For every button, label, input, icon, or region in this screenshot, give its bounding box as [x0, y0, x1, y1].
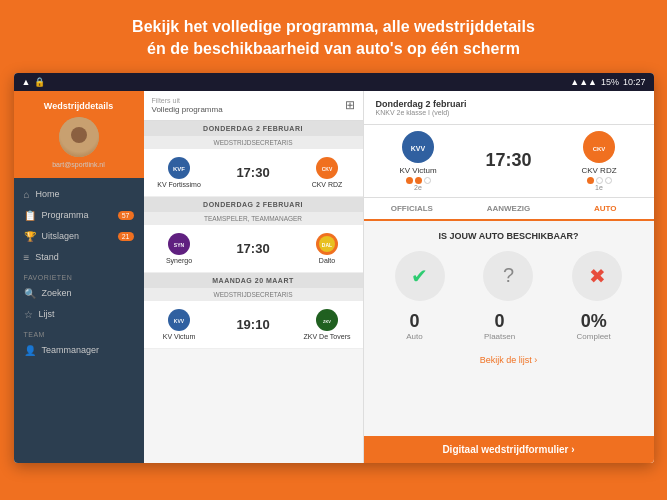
detail-tabs: OFFICIALS AANWEZIG AUTO: [364, 198, 654, 221]
away-name-2: Dalto: [319, 257, 335, 264]
filter-icon[interactable]: ⊞: [345, 98, 355, 112]
sidebar-item-label: Lijst: [39, 309, 55, 319]
filter-value: Volledig programma: [152, 105, 341, 114]
app-container: ▲ 🔒 ▲▲▲ 15% 10:27 Wedstrijddetails bart@…: [14, 73, 654, 463]
sidebar-item-stand[interactable]: ≡ Stand: [14, 247, 144, 268]
away-logo-2: DAL: [316, 233, 338, 255]
auto-yes-button[interactable]: ✔: [395, 251, 445, 301]
sidebar-item-label: Zoeken: [42, 288, 72, 298]
tab-auto[interactable]: AUTO: [557, 198, 654, 221]
status-right: ▲▲▲ 15% 10:27: [570, 77, 645, 87]
sidebar-item-programma[interactable]: 📋 Programma 57: [14, 205, 144, 226]
match-card-1[interactable]: KVF KV Fortissimo 17:30 CKV CKV RDZ: [144, 149, 363, 197]
match-role-2: TEAMSPELER, TEAMMANAGER: [144, 212, 363, 225]
dot6: [605, 177, 612, 184]
match-date-2: DONDERDAG 2 FEBRUARI: [144, 197, 363, 212]
svg-text:KVV: KVV: [411, 145, 426, 152]
home-rank: 2e: [414, 184, 422, 191]
auto-question: IS JOUW AUTO BESCHIKBAAR?: [376, 231, 642, 241]
detail-panel: Donderdag 2 februari KNKV 2e klasse I (v…: [364, 91, 654, 463]
home-logo-2: SYN: [168, 233, 190, 255]
away-team-2: DAL Dalto: [300, 233, 355, 264]
sidebar-item-home[interactable]: ⌂ Home: [14, 184, 144, 205]
compleet-count: 0%: [577, 311, 611, 332]
home-team-2: SYN Synergo: [152, 233, 207, 264]
away-ranking-dots: [587, 177, 612, 184]
match-time-3: 19:10: [236, 317, 269, 332]
detail-away-team: CKV CKV RDZ 1e: [557, 131, 642, 191]
away-logo-3: ZKV: [316, 309, 338, 331]
tab-aanwezig[interactable]: AANWEZIG: [460, 198, 557, 221]
programma-badge: 57: [118, 211, 134, 220]
auto-stat-plaatsen: 0 Plaatsen: [484, 311, 515, 341]
clock: 10:27: [623, 77, 646, 87]
compleet-label: Compleet: [577, 332, 611, 341]
match-time-2: 17:30: [236, 241, 269, 256]
sidebar-item-uitslagen[interactable]: 🏆 Uitslagen 21: [14, 226, 144, 247]
match-card-2[interactable]: SYN Synergo 17:30 DAL Dalto: [144, 225, 363, 273]
main-content: Filters uit Volledig programma ⊞ DONDERD…: [144, 91, 654, 463]
header-line1: Bekijk het volledige programma, alle wed…: [40, 16, 627, 38]
svg-text:DAL: DAL: [322, 242, 332, 248]
detail-away-logo: CKV: [583, 131, 615, 163]
detail-date: Donderdag 2 februari: [376, 99, 642, 109]
svg-text:KVF: KVF: [173, 166, 185, 172]
match-list: Filters uit Volledig programma ⊞ DONDERD…: [144, 91, 364, 463]
home-ranking-dots: [406, 177, 431, 184]
detail-header: Donderdag 2 februari KNKV 2e klasse I (v…: [364, 91, 654, 125]
home-name-2: Synergo: [166, 257, 192, 264]
filter-select-wrapper[interactable]: Filters uit Volledig programma: [152, 97, 341, 114]
sidebar-header: Wedstrijddetails bart@sportlink.nl: [14, 91, 144, 178]
sidebar-item-label: Teammanager: [42, 345, 100, 355]
sidebar-title: Wedstrijddetails: [22, 101, 136, 111]
auto-stat-compleet: 0% Compleet: [577, 311, 611, 341]
sidebar: Wedstrijddetails bart@sportlink.nl ⌂ Hom…: [14, 91, 144, 463]
auto-no-button[interactable]: ✖: [572, 251, 622, 301]
sidebar-item-lijst[interactable]: ☆ Lijst: [14, 304, 144, 325]
away-team-1: CKV CKV RDZ: [300, 157, 355, 188]
match-card-3[interactable]: KVV KV Victum 19:10 ZKV ZKV De Tovers: [144, 301, 363, 349]
sidebar-item-teammanager[interactable]: 👤 Teammanager: [14, 340, 144, 361]
plaatsen-label: Plaatsen: [484, 332, 515, 341]
home-logo-1: KVF: [168, 157, 190, 179]
section-favorieten: FAVORIETEN: [14, 268, 144, 283]
tab-officials[interactable]: OFFICIALS: [364, 198, 461, 221]
battery-level: 15%: [601, 77, 619, 87]
bottom-cta-button[interactable]: Digitaal wedstrijdformulier ›: [364, 436, 654, 463]
match-date-3: MAANDAG 20 MAART: [144, 273, 363, 288]
svg-text:CKV: CKV: [322, 166, 333, 172]
uitslagen-badge: 21: [118, 232, 134, 241]
sidebar-nav: ⌂ Home 📋 Programma 57 🏆 Uitslagen 21 ≡ S…: [14, 178, 144, 463]
auto-stat-auto: 0 Auto: [406, 311, 422, 341]
svg-text:ZKV: ZKV: [323, 319, 331, 324]
app-body: Wedstrijddetails bart@sportlink.nl ⌂ Hom…: [14, 91, 654, 463]
star-icon: ☆: [24, 309, 33, 320]
sidebar-item-zoeken[interactable]: 🔍 Zoeken: [14, 283, 144, 304]
detail-time: 17:30: [469, 150, 549, 171]
list-link-text: Bekijk de lijst ›: [480, 355, 538, 365]
status-left: ▲ 🔒: [22, 77, 46, 87]
auto-list-button[interactable]: Bekijk de lijst ›: [376, 351, 642, 369]
dot3: [424, 177, 431, 184]
plaatsen-count: 0: [484, 311, 515, 332]
trophy-icon: 🏆: [24, 231, 36, 242]
home-team-1: KVF KV Fortissimo: [152, 157, 207, 188]
away-team-3: ZKV ZKV De Tovers: [300, 309, 355, 340]
detail-home-team: KVV KV Victum 2e: [376, 131, 461, 191]
auto-stats: 0 Auto 0 Plaatsen 0% Compleet: [376, 311, 642, 341]
svg-text:SYN: SYN: [174, 242, 185, 248]
away-name-1: CKV RDZ: [312, 181, 343, 188]
sidebar-item-label: Stand: [35, 252, 59, 262]
sidebar-item-label: Programma: [42, 210, 89, 220]
svg-text:CKV: CKV: [593, 146, 606, 152]
auto-count: 0: [406, 311, 422, 332]
status-bar: ▲ 🔒 ▲▲▲ 15% 10:27: [14, 73, 654, 91]
sidebar-email: bart@sportlink.nl: [22, 161, 136, 168]
dot4: [587, 177, 594, 184]
home-icon: ⌂: [24, 189, 30, 200]
filter-label: Filters uit: [152, 97, 341, 104]
calendar-icon: 📋: [24, 210, 36, 221]
dot1: [406, 177, 413, 184]
signal-icon: ▲▲▲: [570, 77, 597, 87]
auto-maybe-button[interactable]: ?: [483, 251, 533, 301]
